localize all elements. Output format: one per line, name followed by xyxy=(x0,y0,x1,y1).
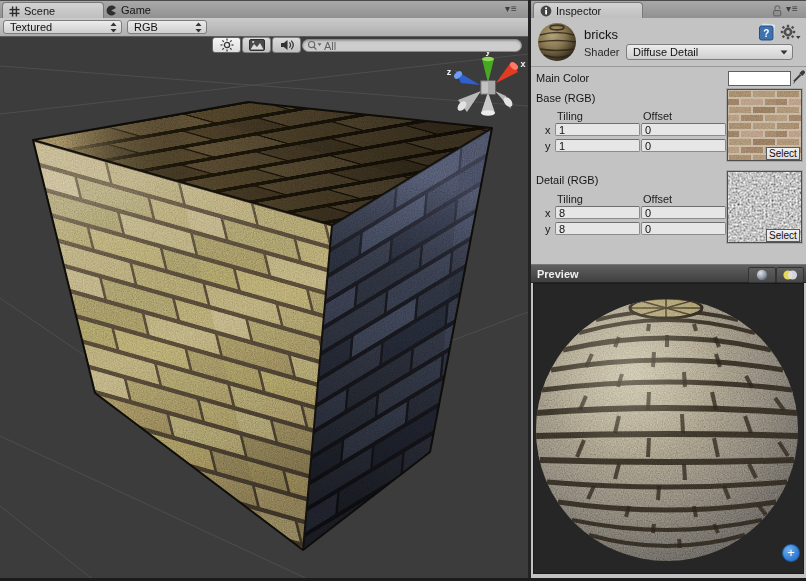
image-icon xyxy=(249,39,265,51)
base-y-offset-field[interactable]: 0 xyxy=(641,139,726,152)
detail-x-tiling-field[interactable]: 8 xyxy=(555,206,640,219)
preview-header[interactable]: Preview xyxy=(531,264,806,283)
base-row-y-label: y xyxy=(545,140,551,152)
shader-dropdown[interactable]: Diffuse Detail xyxy=(626,44,793,60)
scene-search-input[interactable]: All xyxy=(302,39,522,52)
preview-title: Preview xyxy=(537,268,579,280)
base-select-button[interactable]: Select xyxy=(766,147,800,160)
detail-y-offset-field[interactable]: 0 xyxy=(641,222,726,235)
gear-icon[interactable] xyxy=(780,24,801,41)
material-name: bricks xyxy=(584,27,618,42)
scene-lighting-toggle[interactable] xyxy=(212,37,241,53)
base-section-title: Base (RGB) xyxy=(536,92,595,104)
tab-scene-label: Scene xyxy=(24,5,55,17)
render-mode-value: Textured xyxy=(10,21,110,33)
tab-scene[interactable]: Scene xyxy=(2,2,104,19)
scene-panel-menu-icon[interactable]: ▾≡ xyxy=(505,3,518,14)
scene-audio-toggle[interactable] xyxy=(272,37,301,53)
main-color-label: Main Color xyxy=(536,72,589,84)
base-row-x-label: x xyxy=(545,124,551,136)
gizmo-z-label: z xyxy=(447,67,452,77)
main-color-swatch[interactable] xyxy=(728,71,791,86)
search-placeholder: All xyxy=(324,40,336,52)
info-icon xyxy=(540,5,552,17)
plus-icon[interactable]: + xyxy=(782,544,800,562)
detail-offset-header: Offset xyxy=(643,193,672,205)
updown-arrows-icon xyxy=(195,22,202,33)
tab-game[interactable]: Game xyxy=(100,2,174,18)
scene-panel: y x z Scene Game xyxy=(0,0,528,581)
inspector-panel: Inspector ▾≡ xyxy=(531,0,806,581)
scene-tabstrip: Scene Game ▾≡ xyxy=(0,0,528,20)
base-offset-header: Offset xyxy=(643,110,672,122)
detail-row-y-label: y xyxy=(545,223,551,235)
base-x-tiling-field[interactable]: 1 xyxy=(555,123,640,136)
eyedropper-icon[interactable] xyxy=(792,68,805,85)
base-x-offset-field[interactable]: 0 xyxy=(641,123,726,136)
base-tiling-header: Tiling xyxy=(557,110,583,122)
shader-value: Diffuse Detail xyxy=(633,46,780,58)
material-header: bricks Shader Diffuse Detail ? xyxy=(531,18,806,67)
inspector-panel-menu-icon[interactable]: ▾≡ xyxy=(786,3,799,14)
detail-y-tiling-field[interactable]: 8 xyxy=(555,222,640,235)
detail-select-button[interactable]: Select xyxy=(766,229,800,242)
preview-sphere xyxy=(534,284,803,573)
sphere-preview-icon xyxy=(756,269,768,281)
lock-icon[interactable] xyxy=(771,4,783,17)
material-sphere-icon[interactable] xyxy=(537,22,577,62)
detail-x-offset-field[interactable]: 0 xyxy=(641,206,726,219)
tab-game-label: Game xyxy=(121,4,151,16)
help-book-icon[interactable]: ? xyxy=(758,23,776,42)
preview-mesh-button[interactable] xyxy=(748,267,776,283)
chevron-down-icon xyxy=(780,50,788,55)
sun-icon xyxy=(220,38,234,52)
lighting-dots-icon xyxy=(782,269,798,281)
search-icon xyxy=(307,40,322,51)
tab-inspector-label: Inspector xyxy=(556,5,601,17)
scene-viewport[interactable]: y x z xyxy=(0,36,528,581)
preview-lighting-button[interactable] xyxy=(776,267,804,283)
render-mode-dropdown[interactable]: Textured xyxy=(3,20,122,34)
shader-label: Shader xyxy=(584,46,619,58)
svg-text:?: ? xyxy=(763,28,769,39)
gizmo-y-cone[interactable] xyxy=(482,57,494,83)
scene-skybox-toggle[interactable] xyxy=(242,37,271,53)
channel-dropdown[interactable]: RGB xyxy=(127,20,207,34)
speaker-icon xyxy=(280,39,294,51)
hash-grid-icon xyxy=(9,6,20,17)
scene-toolbar: Textured RGB xyxy=(0,18,528,37)
base-y-tiling-field[interactable]: 1 xyxy=(555,139,640,152)
pacman-icon xyxy=(106,5,117,16)
tab-inspector[interactable]: Inspector xyxy=(533,2,643,19)
detail-row-x-label: x xyxy=(545,207,551,219)
inspector-tabstrip: Inspector ▾≡ xyxy=(531,0,806,20)
channel-value: RGB xyxy=(134,21,195,33)
updown-arrows-icon xyxy=(110,22,117,33)
gizmo-x-label: x xyxy=(520,59,525,69)
detail-tiling-header: Tiling xyxy=(557,193,583,205)
gizmo-z-cone[interactable] xyxy=(453,70,480,85)
unity-editor-window: y x z Scene Game xyxy=(0,0,806,581)
detail-section-title: Detail (RGB) xyxy=(536,174,598,186)
gizmo-x-cone[interactable] xyxy=(496,61,519,83)
preview-viewport[interactable]: + xyxy=(533,283,804,574)
